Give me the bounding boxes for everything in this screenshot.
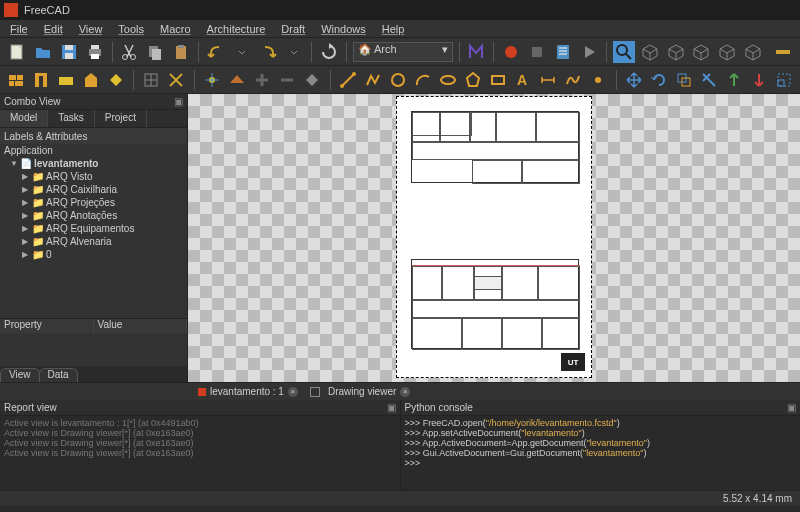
redo-icon[interactable] [257, 41, 279, 63]
zoom-icon[interactable] [613, 41, 635, 63]
freecad-file-icon [198, 388, 206, 396]
menu-architecture[interactable]: Architecture [199, 23, 274, 35]
refresh-icon[interactable] [318, 41, 340, 63]
close-icon[interactable]: × [400, 387, 410, 397]
menu-macro[interactable]: Macro [152, 23, 199, 35]
view-rear-icon[interactable] [742, 41, 764, 63]
undo-dropdown-icon[interactable] [231, 41, 253, 63]
building-icon[interactable] [81, 69, 100, 91]
tree-item[interactable]: ▶📁ARQ Equipamentos [0, 222, 187, 235]
checkbox-icon[interactable] [310, 387, 320, 397]
menu-windows[interactable]: Windows [313, 23, 374, 35]
stop-icon[interactable] [526, 41, 548, 63]
arc-icon[interactable] [414, 69, 433, 91]
tab-view[interactable]: View [0, 368, 40, 382]
site-icon[interactable] [106, 69, 125, 91]
svg-rect-21 [15, 81, 23, 86]
tree-item[interactable]: ▶📁0 [0, 248, 187, 261]
tree-app[interactable]: Application [0, 144, 187, 157]
offset-icon[interactable] [675, 69, 694, 91]
prop-col-property[interactable]: Property [0, 319, 94, 333]
downgrade-icon[interactable] [750, 69, 769, 91]
floor-icon[interactable] [56, 69, 75, 91]
menu-view[interactable]: View [71, 23, 111, 35]
text-icon[interactable]: A [514, 69, 533, 91]
remove-icon[interactable] [278, 69, 297, 91]
tab-project[interactable]: Project [95, 110, 147, 127]
redo-dropdown-icon[interactable] [283, 41, 305, 63]
log-line: Active view is Drawing viewer[*] (at 0xe… [4, 448, 396, 458]
tree-item[interactable]: ▶📁ARQ Visto [0, 170, 187, 183]
window-icon[interactable] [142, 69, 161, 91]
tab-data[interactable]: Data [39, 368, 78, 382]
wire-icon[interactable] [364, 69, 383, 91]
combo-tabs: Model Tasks Project [0, 110, 187, 128]
move-icon[interactable] [625, 69, 644, 91]
menu-file[interactable]: File [2, 23, 36, 35]
tree-item[interactable]: ▶📁ARQ Anotações [0, 209, 187, 222]
point-icon[interactable] [589, 69, 608, 91]
menu-draft[interactable]: Draft [273, 23, 313, 35]
close-icon[interactable]: × [288, 387, 298, 397]
bspline-icon[interactable] [564, 69, 583, 91]
mesh-icon[interactable] [303, 69, 322, 91]
workbench-selector[interactable]: 🏠 Arch ▾ [353, 42, 453, 62]
rotate-icon[interactable] [650, 69, 669, 91]
trimex-icon[interactable] [700, 69, 719, 91]
axis-icon[interactable] [203, 69, 222, 91]
tree-item[interactable]: ▶📁ARQ Alvenaria [0, 235, 187, 248]
panel-undock-icon[interactable]: ▣ [387, 402, 396, 413]
macros-icon[interactable] [552, 41, 574, 63]
macro-icon[interactable] [466, 41, 488, 63]
play-icon[interactable] [578, 41, 600, 63]
tab-model[interactable]: Model [0, 110, 48, 127]
svg-point-31 [441, 76, 455, 84]
menu-help[interactable]: Help [374, 23, 413, 35]
python-console[interactable]: >>> FreeCAD.open("/home/yorik/levantamen… [401, 416, 801, 490]
view-front-icon[interactable] [665, 41, 687, 63]
copy-icon[interactable] [144, 41, 166, 63]
tree-root[interactable]: ▼📄levantamento [0, 157, 187, 170]
tree-item[interactable]: ▶📁ARQ Caixilharia [0, 183, 187, 196]
menu-tools[interactable]: Tools [110, 23, 152, 35]
add-icon[interactable] [253, 69, 272, 91]
undo-icon[interactable] [205, 41, 227, 63]
panel-undock-icon[interactable]: ▣ [787, 402, 796, 413]
prop-col-value[interactable]: Value [94, 319, 188, 333]
report-log[interactable]: Active view is levantamento : 1[*] (at 0… [0, 416, 400, 490]
panel-undock-icon[interactable]: ▣ [174, 96, 183, 107]
roof-icon[interactable] [228, 69, 247, 91]
view-right-icon[interactable] [716, 41, 738, 63]
model-tree[interactable]: Application ▼📄levantamento ▶📁ARQ Visto ▶… [0, 144, 187, 318]
save-icon[interactable] [58, 41, 80, 63]
section-icon[interactable] [167, 69, 186, 91]
circle-icon[interactable] [389, 69, 408, 91]
tree-item[interactable]: ▶📁ARQ Projeções [0, 196, 187, 209]
print-icon[interactable] [84, 41, 106, 63]
open-icon[interactable] [32, 41, 54, 63]
scale-icon[interactable] [775, 69, 794, 91]
paste-icon[interactable] [170, 41, 192, 63]
doc-tab-levantamento[interactable]: levantamento : 1× [192, 386, 304, 397]
tab-tasks[interactable]: Tasks [48, 110, 95, 127]
view-top-icon[interactable] [691, 41, 713, 63]
ellipse-icon[interactable] [439, 69, 458, 91]
upgrade-icon[interactable] [725, 69, 744, 91]
new-icon[interactable] [6, 41, 28, 63]
drawing-page[interactable]: UT [396, 96, 592, 378]
line-icon[interactable] [339, 69, 358, 91]
wall-icon[interactable] [6, 69, 25, 91]
svg-rect-25 [59, 77, 73, 85]
doc-tab-drawing[interactable]: Drawing viewer× [304, 386, 416, 397]
menu-edit[interactable]: Edit [36, 23, 71, 35]
dimension-icon[interactable] [539, 69, 558, 91]
rectangle-icon[interactable] [489, 69, 508, 91]
cut-icon[interactable] [119, 41, 141, 63]
folder-icon: 📁 [32, 236, 44, 248]
structure-icon[interactable] [31, 69, 50, 91]
record-icon[interactable] [500, 41, 522, 63]
3d-viewport[interactable]: UT [188, 94, 800, 382]
measure-icon[interactable] [772, 41, 794, 63]
polygon-icon[interactable] [464, 69, 483, 91]
view-iso-icon[interactable] [639, 41, 661, 63]
